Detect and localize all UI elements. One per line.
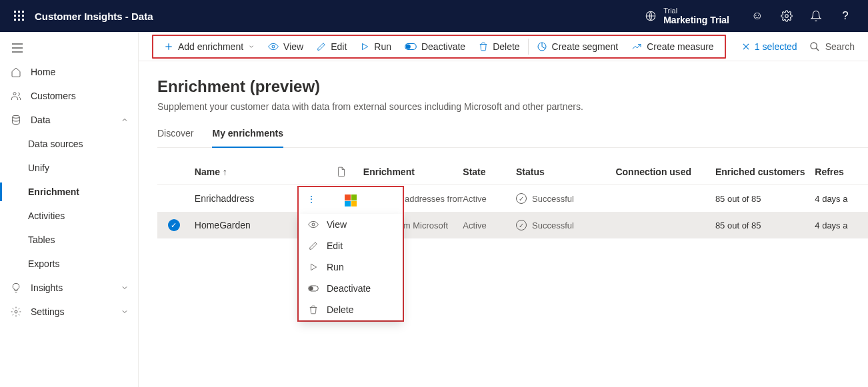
ctx-label: Deactivate [327, 283, 371, 294]
plus-icon [164, 42, 173, 51]
nav-tables[interactable]: Tables [0, 228, 138, 252]
customers-icon [11, 91, 21, 101]
context-menu: View Edit Run Deactivate Delete [299, 214, 403, 320]
view-button[interactable]: View [261, 39, 310, 55]
selection-count[interactable]: 1 selected [741, 41, 797, 52]
sidebar: Home Customers Data Data sources Unify E… [0, 32, 139, 387]
globe-icon [645, 10, 657, 22]
table-row[interactable]: ✓ HomeGarden Brands from Microsoft Activ… [157, 212, 868, 238]
eye-icon [268, 41, 279, 52]
svg-point-10 [785, 15, 789, 18]
ctx-delete[interactable]: Delete [299, 299, 403, 320]
cmd-label: Delete [493, 41, 519, 52]
checkmark-icon: ✓ [168, 219, 180, 231]
divider [528, 39, 529, 55]
col-state[interactable]: State [463, 167, 516, 177]
command-highlight: Add enrichment View Edit Run Deac [152, 35, 726, 59]
env-label: Trial [663, 7, 729, 15]
table-row[interactable]: Enrichaddress Enhanced addresses from Mi… [157, 185, 868, 212]
create-measure-button[interactable]: Create measure [625, 39, 720, 55]
search-icon [809, 41, 820, 52]
command-bar: Add enrichment View Edit Run Deac [139, 32, 868, 61]
nav-label: Data sources [28, 139, 83, 149]
grid-header: Name ↑ Enrichment State Status Connectio… [157, 159, 868, 185]
nav-home[interactable]: Home [0, 60, 138, 84]
smile-icon[interactable]: ☺ [743, 9, 772, 23]
nav-insights[interactable]: Insights [0, 276, 138, 300]
ctx-deactivate[interactable]: Deactivate [299, 278, 403, 299]
ctx-edit[interactable]: Edit [299, 235, 403, 256]
toggle-icon [405, 43, 417, 51]
check-icon: ✓ [516, 220, 527, 230]
nav-enrichment[interactable]: Enrichment [0, 180, 138, 204]
cmd-label: Edit [331, 41, 347, 52]
enrichment-grid: Name ↑ Enrichment State Status Connectio… [157, 159, 868, 238]
close-icon [741, 42, 751, 51]
nav-label: Activities [28, 210, 65, 221]
search-button[interactable]: Search [809, 41, 863, 52]
svg-rect-8 [22, 19, 24, 21]
nav-data-sources[interactable]: Data sources [0, 132, 138, 156]
more-icon[interactable]: ⋮ [307, 194, 316, 204]
cmd-label: Deactivate [421, 41, 465, 52]
ctx-label: View [327, 219, 347, 230]
ctx-label: Delete [327, 304, 353, 315]
deactivate-button[interactable]: Deactivate [398, 39, 472, 55]
help-icon[interactable]: ? [831, 9, 860, 23]
col-source-icon[interactable] [320, 167, 363, 177]
cmd-label: Create segment [552, 41, 619, 52]
row-state: Active [463, 220, 516, 230]
nav-data[interactable]: Data [0, 108, 138, 132]
nav-label: Tables [28, 234, 55, 245]
svg-point-14 [13, 93, 16, 95]
row-customers: 85 out of 85 [715, 220, 815, 230]
gear-icon[interactable] [772, 10, 801, 22]
nav-activities[interactable]: Activities [0, 204, 138, 228]
col-refreshed[interactable]: Refres [815, 167, 868, 177]
environment-picker[interactable]: Trial Marketing Trial [645, 7, 729, 25]
hamburger-icon[interactable] [0, 36, 138, 60]
nav-exports[interactable]: Exports [0, 252, 138, 276]
svg-point-26 [811, 43, 817, 49]
chart-icon [631, 41, 642, 52]
create-segment-button[interactable]: Create segment [530, 39, 625, 55]
nav-customers[interactable]: Customers [0, 84, 138, 108]
row-checkbox[interactable]: ✓ [157, 219, 191, 231]
toggle-icon [308, 284, 319, 292]
chevron-down-icon [121, 308, 129, 316]
col-name[interactable]: Name ↑ [191, 167, 320, 177]
segment-icon [537, 41, 547, 52]
home-icon [11, 67, 21, 77]
search-label: Search [825, 41, 855, 52]
ctx-view[interactable]: View [299, 214, 403, 235]
nav-label: Home [31, 67, 55, 77]
edit-button[interactable]: Edit [310, 39, 353, 55]
chevron-down-icon [248, 43, 255, 50]
add-enrichment-button[interactable]: Add enrichment [157, 39, 261, 55]
tab-my-enrichments[interactable]: My enrichments [212, 121, 283, 148]
selection-label: 1 selected [755, 41, 797, 52]
col-enriched-customers[interactable]: Enriched customers [715, 167, 815, 177]
svg-rect-4 [18, 15, 20, 17]
row-refreshed: 4 days a [815, 194, 868, 204]
col-status[interactable]: Status [516, 167, 615, 177]
ctx-run[interactable]: Run [299, 256, 403, 278]
waffle-icon[interactable] [8, 11, 31, 21]
page-subtitle: Supplement your customer data with data … [157, 101, 868, 112]
bell-icon[interactable] [801, 10, 831, 22]
main: Add enrichment View Edit Run Deac [139, 32, 868, 387]
nav-settings[interactable]: Settings [0, 300, 138, 324]
svg-rect-5 [22, 15, 24, 17]
col-connection[interactable]: Connection used [615, 167, 715, 177]
ctx-label: Edit [327, 240, 343, 251]
svg-marker-29 [311, 264, 317, 270]
tab-discover[interactable]: Discover [157, 121, 193, 147]
cmd-label: Add enrichment [178, 41, 243, 52]
row-status: ✓Successful [516, 193, 615, 204]
svg-point-16 [15, 310, 17, 313]
col-enrichment[interactable]: Enrichment [363, 167, 463, 177]
run-button[interactable]: Run [353, 39, 398, 55]
svg-point-31 [309, 286, 313, 290]
nav-unify[interactable]: Unify [0, 156, 138, 180]
delete-button[interactable]: Delete [472, 39, 526, 55]
